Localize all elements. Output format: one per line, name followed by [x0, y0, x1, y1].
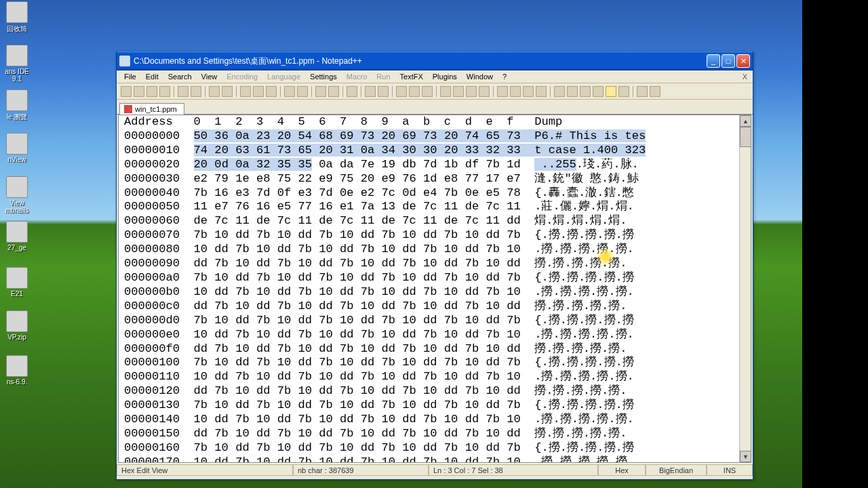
toolbar-button[interactable]: [497, 86, 508, 97]
tab-file[interactable]: win_tc1.ppm: [119, 103, 184, 115]
menu-settings[interactable]: Settings: [305, 72, 342, 81]
menu-textfx[interactable]: TextFX: [395, 72, 428, 81]
toolbar-button[interactable]: [618, 86, 629, 97]
close-button[interactable]: ✕: [736, 54, 750, 68]
toolbar-button[interactable]: [134, 86, 144, 97]
hex-row[interactable]: 000000e0 10 dd 7b 10 dd 7b 10 dd 7b 10 d…: [119, 328, 738, 342]
hex-row[interactable]: 00000170 10 dd 7b 10 dd 7b 10 dd 7b 10 d…: [119, 455, 738, 462]
toolbar-button[interactable]: [650, 86, 660, 97]
toolbar-button[interactable]: [479, 86, 490, 97]
toolbar-button[interactable]: [266, 86, 277, 97]
desktop-icon[interactable]: nView: [0, 133, 34, 163]
toolbar-button[interactable]: [523, 86, 534, 97]
hex-row[interactable]: 00000010 74 20 63 61 73 65 20 31 0a 34 3…: [119, 144, 738, 158]
toolbar-button[interactable]: [328, 86, 339, 97]
toolbar-button[interactable]: [580, 86, 591, 97]
toolbar-button[interactable]: [554, 86, 565, 97]
toolbar-button[interactable]: [146, 86, 157, 97]
toolbar-button[interactable]: [422, 86, 433, 97]
desktop-icon[interactable]: ns-6.9.: [0, 355, 34, 386]
status-bar: Hex Edit View nb char : 387639 Ln : 3 Co…: [117, 463, 753, 476]
toolbar-button[interactable]: [253, 86, 264, 97]
desktop-icon[interactable]: le 瀏覽: [0, 89, 34, 122]
toolbar-button[interactable]: [440, 86, 451, 97]
menu-macro: Macro: [342, 72, 372, 81]
maximize-button[interactable]: □: [722, 54, 735, 68]
menu-run: Run: [372, 72, 395, 81]
scroll-up-button[interactable]: ▲: [740, 115, 751, 127]
menu-?[interactable]: ?: [498, 72, 511, 81]
menu-search[interactable]: Search: [163, 72, 197, 81]
toolbar-button[interactable]: [297, 86, 308, 97]
mdi-close-icon[interactable]: X: [740, 73, 750, 81]
hex-row[interactable]: 00000040 7b 16 e3 7d 0f e3 7d 0e e2 7c 0…: [119, 186, 738, 201]
scroll-down-button[interactable]: ▼: [740, 451, 751, 462]
toolbar-button[interactable]: [315, 86, 326, 97]
toolbar-button[interactable]: [637, 86, 648, 97]
hex-row[interactable]: 00000110 10 dd 7b 10 dd 7b 10 dd 7b 10 d…: [119, 370, 738, 384]
hex-editor-area[interactable]: Address 0 1 2 3 4 5 6 7 8 9 a b c d e f …: [118, 115, 751, 463]
menu-file[interactable]: File: [119, 72, 141, 81]
hex-row[interactable]: 000000a0 7b 10 dd 7b 10 dd 7b 10 dd 7b 1…: [119, 271, 738, 285]
menu-bar: FileEditSearchViewEncodingLanguageSettin…: [117, 70, 753, 83]
hex-row[interactable]: 00000090 dd 7b 10 dd 7b 10 dd 7b 10 dd 7…: [119, 257, 738, 271]
toolbar-button[interactable]: [178, 86, 189, 97]
scroll-thumb[interactable]: [740, 127, 751, 147]
hex-row[interactable]: 00000160 7b 10 dd 7b 10 dd 7b 10 dd 7b 1…: [119, 441, 738, 455]
hex-row[interactable]: 00000100 7b 10 dd 7b 10 dd 7b 10 dd 7b 1…: [119, 356, 738, 370]
desktop-icon[interactable]: 27_ge: [0, 221, 34, 251]
desktop-icon[interactable]: View mbnails: [0, 176, 34, 214]
toolbar-button[interactable]: [396, 86, 407, 97]
menu-window[interactable]: Window: [462, 72, 498, 81]
toolbar-button[interactable]: [567, 86, 578, 97]
vertical-scrollbar[interactable]: ▲ ▼: [739, 115, 751, 462]
toolbar-button[interactable]: [453, 86, 464, 97]
toolbar-button[interactable]: [378, 86, 389, 97]
toolbar-separator: [633, 86, 633, 97]
hex-row[interactable]: 000000b0 10 dd 7b 10 dd 7b 10 dd 7b 10 d…: [119, 285, 738, 300]
hex-row[interactable]: 00000020 20 0d 0a 32 35 35 0a da 7e 19 d…: [119, 158, 738, 172]
toolbar-button[interactable]: [191, 86, 201, 97]
toolbar-button[interactable]: [510, 86, 521, 97]
hex-row[interactable]: 00000000 50 36 0a 23 20 54 68 69 73 20 6…: [119, 129, 738, 144]
toolbar-button[interactable]: [284, 86, 295, 97]
status-position: Ln : 3 Col : 7 Sel : 38: [429, 464, 598, 476]
hex-row[interactable]: 00000150 dd 7b 10 dd 7b 10 dd 7b 10 dd 7…: [119, 427, 738, 441]
toolbar-button[interactable]: [159, 86, 170, 97]
toolbar-button[interactable]: [606, 86, 616, 97]
hex-row[interactable]: 00000140 10 dd 7b 10 dd 7b 10 dd 7b 10 d…: [119, 413, 738, 427]
desktop-icon[interactable]: ans IDE 9.1: [0, 45, 34, 83]
hex-row[interactable]: 00000050 11 e7 76 16 e5 77 16 e1 7a 13 d…: [119, 200, 738, 214]
menu-view[interactable]: View: [197, 72, 222, 81]
toolbar-button[interactable]: [347, 86, 357, 97]
toolbar-button[interactable]: [409, 86, 420, 97]
menu-plugins[interactable]: Plugins: [428, 72, 462, 81]
hex-row[interactable]: 000000d0 7b 10 dd 7b 10 dd 7b 10 dd 7b 1…: [119, 314, 738, 328]
toolbar-button[interactable]: [209, 86, 220, 97]
menu-edit[interactable]: Edit: [141, 72, 163, 81]
hex-row[interactable]: 00000080 10 dd 7b 10 dd 7b 10 dd 7b 10 d…: [119, 243, 738, 257]
hex-row[interactable]: 00000070 7b 10 dd 7b 10 dd 7b 10 dd 7b 1…: [119, 228, 738, 243]
desktop-icon[interactable]: E21: [0, 267, 34, 298]
hex-row[interactable]: 00000120 dd 7b 10 dd 7b 10 dd 7b 10 dd 7…: [119, 384, 738, 399]
hex-row[interactable]: 000000f0 dd 7b 10 dd 7b 10 dd 7b 10 dd 7…: [119, 342, 738, 357]
desktop-icon[interactable]: 回收筒: [0, 1, 34, 34]
toolbar-button[interactable]: [121, 86, 132, 97]
toolbar-separator: [361, 86, 361, 97]
minimize-button[interactable]: _: [707, 54, 720, 68]
toolbar-button[interactable]: [466, 86, 477, 97]
toolbar-separator: [280, 86, 281, 97]
hex-row[interactable]: 00000030 e2 79 1e e8 75 22 e9 75 20 e9 7…: [119, 172, 738, 186]
toolbar-button[interactable]: [593, 86, 604, 97]
toolbar: [117, 83, 753, 100]
window-title: C:\Documents and Settings\test\桌面\win_tc…: [134, 56, 707, 67]
hex-row[interactable]: 00000060 de 7c 11 de 7c 11 de 7c 11 de 7…: [119, 214, 738, 228]
hex-row[interactable]: 000000c0 dd 7b 10 dd 7b 10 dd 7b 10 dd 7…: [119, 300, 738, 314]
desktop-icon[interactable]: VP.zip: [0, 310, 34, 341]
toolbar-button[interactable]: [365, 86, 376, 97]
titlebar[interactable]: C:\Documents and Settings\test\桌面\win_tc…: [117, 52, 753, 70]
hex-row[interactable]: 00000130 7b 10 dd 7b 10 dd 7b 10 dd 7b 1…: [119, 399, 738, 413]
toolbar-button[interactable]: [240, 86, 251, 97]
toolbar-button[interactable]: [222, 86, 233, 97]
toolbar-button[interactable]: [536, 86, 547, 97]
